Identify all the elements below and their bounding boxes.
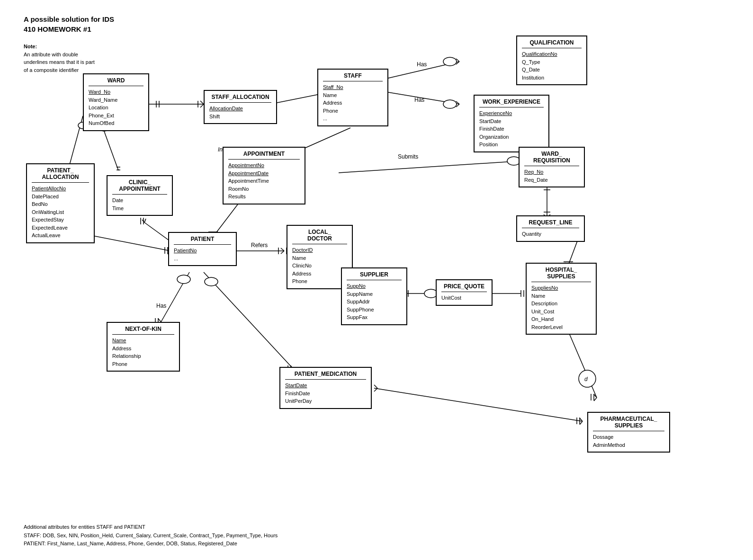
svg-point-114 (579, 370, 596, 387)
svg-line-44 (144, 222, 170, 241)
svg-line-6 (270, 95, 317, 104)
entity-qualification: QUALIFICATION QualificationNo Q_Type Q_D… (516, 36, 587, 85)
svg-line-17 (456, 62, 459, 64)
svg-point-101 (205, 277, 218, 286)
entity-appointment: APPOINTMENT AppointmentNo AppointmentDat… (223, 147, 305, 204)
svg-line-45 (144, 219, 146, 222)
svg-line-113 (568, 331, 597, 398)
svg-line-46 (142, 220, 144, 222)
entity-ward-requisition: WARD_REQUISITION Req_No Req_Date (519, 147, 585, 187)
svg-line-23 (456, 104, 459, 107)
svg-line-106 (374, 388, 583, 421)
svg-line-108 (374, 388, 377, 391)
svg-line-40 (339, 161, 521, 173)
entity-pharmaceutical-supplies: PHARMACEUTICAL_SUPPLIES Dossage AdminMet… (587, 412, 670, 453)
svg-line-26 (69, 116, 83, 168)
svg-text:d: d (584, 376, 588, 382)
svg-text:Has: Has (156, 302, 166, 309)
svg-line-117 (594, 398, 597, 401)
svg-line-4 (200, 104, 204, 107)
entity-price-quote: PRICE_QUOTE UnitCost (436, 279, 493, 306)
entity-staff-allocation: STAFF_ALLOCATION AllocationDate Shift (204, 90, 277, 124)
svg-line-22 (456, 101, 459, 104)
entity-next-of-kin: NEXT-OF-KIN Name Address Relationship Ph… (107, 322, 180, 372)
svg-line-96 (158, 319, 161, 322)
entity-patient-medication: PATIENT_MEDICATION StartDate FinishDate … (279, 367, 372, 409)
svg-line-110 (580, 421, 583, 425)
svg-text:Has: Has (414, 97, 424, 103)
svg-text:Submits: Submits (398, 153, 418, 160)
note-text: Note: An attribute with doubleunderlines… (24, 43, 95, 74)
svg-point-25 (443, 100, 457, 108)
entity-supplier: SUPPLIER SuppNo SuppName SuppAddr SuppPh… (341, 267, 407, 325)
svg-point-95 (177, 275, 190, 284)
svg-line-59 (281, 248, 284, 251)
svg-line-100 (204, 272, 294, 369)
svg-line-3 (200, 101, 204, 104)
svg-line-14 (388, 62, 459, 78)
entity-patient: PATIENT PatientNo ... (168, 232, 237, 266)
svg-text:Refers: Refers (251, 242, 268, 249)
svg-line-116 (594, 394, 597, 398)
entity-patient-allocation: PATIENT_ALLOCATION PatientAllocNo DatePl… (26, 163, 95, 243)
entity-work-experience: WORK_EXPERIENCE ExperienceNo StartDate F… (474, 95, 549, 152)
svg-line-109 (580, 418, 583, 421)
svg-text:Has: Has (417, 61, 427, 68)
page-title: A possible solution for IDS 410 HOMEWORK… (24, 14, 114, 34)
svg-line-16 (456, 59, 459, 62)
footer-note: Additional attributes for entities STAFF… (24, 523, 278, 548)
svg-line-20 (388, 92, 459, 104)
entity-hospital-supplies: HOSPITAL_SUPPLIES SuppliesNo Name Descri… (526, 263, 597, 335)
svg-line-107 (374, 385, 377, 388)
entity-staff: STAFF Staff_No Name Address Phone ... (317, 69, 388, 126)
svg-point-19 (443, 57, 457, 66)
svg-line-93 (161, 272, 189, 322)
entity-ward: WARD Ward_No Ward_Name Location Phone_Ex… (83, 73, 149, 131)
entity-clinic-appointment: CLINIC_APPOINTMENT Date Time (107, 175, 173, 216)
entity-request-line: REQUEST_LINE Quantity (516, 215, 585, 242)
svg-line-60 (281, 251, 284, 254)
